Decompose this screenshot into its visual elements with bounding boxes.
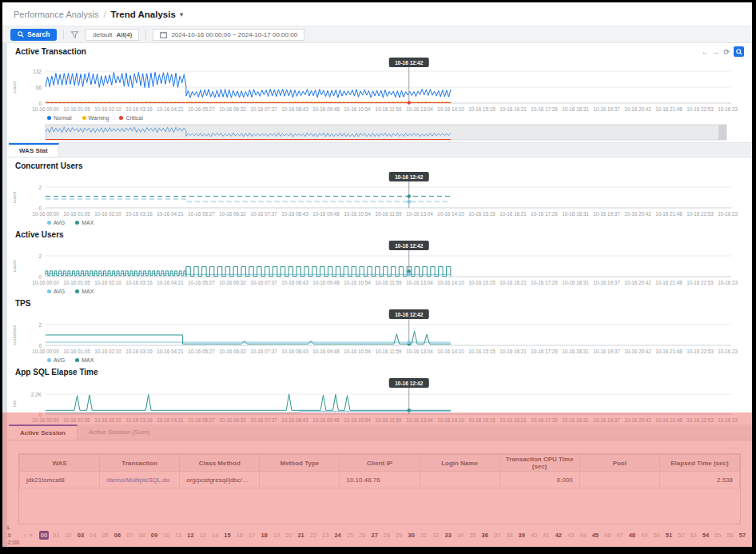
page-button[interactable]: 10	[161, 531, 171, 540]
page-button[interactable]: 08	[137, 531, 146, 540]
transaction-link[interactable]: /demo/MultipleSQL.do	[106, 476, 169, 484]
page-button[interactable]: 51	[664, 531, 674, 540]
column-header[interactable]: Transaction	[100, 455, 180, 472]
page-button[interactable]: 24	[332, 531, 342, 540]
page-button[interactable]: 11	[174, 531, 184, 540]
page-button[interactable]: 58	[750, 531, 756, 540]
page-button[interactable]: 16	[235, 531, 245, 540]
legend-item[interactable]: Normal	[47, 115, 72, 121]
last-page-button[interactable]: »	[30, 532, 33, 539]
page-button[interactable]: 49	[639, 531, 649, 540]
chart-canvas-active-transaction[interactable]: 132660count10-16 00:0010-16 01:0510-16 0…	[9, 57, 738, 114]
page-button[interactable]: 31	[419, 531, 428, 540]
page-title[interactable]: Trend Analysis	[110, 10, 175, 19]
search-button[interactable]: Search	[10, 29, 57, 41]
page-button[interactable]: 57	[738, 531, 747, 540]
date-range-picker[interactable]: 2024-10-16 00:00:00 ~ 2024-10-17 00:00:0…	[153, 29, 304, 41]
page-button[interactable]: 32	[431, 531, 440, 540]
zoom-select-icon[interactable]	[734, 46, 744, 57]
tab-was-stat[interactable]: WAS Stat	[9, 143, 59, 157]
chevron-down-icon[interactable]: ▾	[180, 10, 184, 18]
legend-item[interactable]: AVG	[47, 220, 65, 225]
page-button[interactable]: 14	[210, 531, 220, 540]
column-header[interactable]: Transaction CPU Time (sec)	[499, 455, 579, 472]
page-button[interactable]: 45	[591, 531, 600, 540]
page-button[interactable]: 55	[713, 531, 722, 540]
domain-filter-select[interactable]: default All(4)	[86, 29, 139, 41]
page-button[interactable]: 38	[504, 531, 514, 540]
legend-item[interactable]: AVG	[47, 289, 65, 294]
page-button[interactable]: 13	[198, 531, 208, 540]
page-button[interactable]: 23	[320, 531, 330, 540]
page-button[interactable]: 37	[492, 531, 502, 540]
column-header[interactable]: Pool	[579, 455, 659, 472]
page-button[interactable]: 22	[308, 531, 318, 540]
page-button[interactable]: 04	[88, 531, 97, 540]
page-button[interactable]: 40	[529, 531, 539, 540]
legend-item[interactable]: AVG	[47, 357, 65, 363]
page-button[interactable]: 39	[517, 531, 527, 540]
page-button[interactable]: 56	[725, 531, 734, 540]
page-button[interactable]: 30	[407, 531, 416, 540]
page-button[interactable]: 07	[125, 531, 134, 540]
page-button[interactable]: 01	[51, 531, 61, 540]
column-header[interactable]: Client IP	[340, 455, 420, 472]
page-button[interactable]: 47	[615, 531, 624, 540]
timeline-minimap[interactable]	[9, 123, 738, 142]
page-button[interactable]: 33	[444, 531, 453, 540]
page-button[interactable]: 53	[688, 531, 698, 540]
column-header[interactable]: WAS	[20, 455, 100, 472]
more-menu-icon[interactable]: ···	[2, 440, 752, 452]
page-button[interactable]: 44	[578, 531, 587, 540]
page-button[interactable]: 36	[480, 531, 490, 540]
page-button[interactable]: 29	[394, 531, 404, 540]
forward-icon[interactable]: →	[712, 48, 719, 56]
page-button[interactable]: 43	[566, 531, 575, 540]
tab-active-session[interactable]: Active Session	[9, 424, 78, 440]
page-button[interactable]: 52	[676, 531, 686, 540]
page-button[interactable]: 35	[468, 531, 477, 540]
page-button[interactable]: 00	[39, 531, 49, 540]
page-button[interactable]: 03	[76, 531, 86, 540]
back-icon[interactable]: ←	[701, 48, 708, 56]
page-button[interactable]: 46	[603, 531, 612, 540]
page-button[interactable]: 26	[357, 531, 367, 540]
page-button[interactable]: 09	[149, 531, 159, 540]
page-button[interactable]: 18	[259, 531, 269, 540]
next-page-button[interactable]: ›	[24, 532, 26, 539]
page-button[interactable]: 34	[456, 531, 465, 540]
refresh-icon[interactable]: ⟳	[723, 48, 730, 56]
page-button[interactable]: 50	[651, 531, 661, 540]
chart-canvas-concurrent-users[interactable]: 20count10-16 00:0010-16 01:0510-16 02:10…	[9, 171, 738, 218]
legend-item[interactable]: MAX	[75, 289, 94, 294]
column-header[interactable]: Login Name	[420, 455, 499, 472]
breadcrumb-root[interactable]: Performance Analysis	[14, 10, 98, 19]
page-button[interactable]: 21	[296, 531, 305, 540]
page-button[interactable]: 15	[222, 531, 232, 540]
page-button[interactable]: 25	[345, 531, 355, 540]
chart-canvas-active-users[interactable]: 20count10-16 00:0010-16 01:0510-16 02:10…	[9, 240, 738, 287]
column-header[interactable]: Class Method	[180, 455, 260, 472]
page-button[interactable]: 12	[185, 531, 195, 540]
chart-canvas-tps[interactable]: 20count/sec10-16 00:0010-16 01:0510-16 0…	[9, 309, 738, 356]
column-header[interactable]: Method Type	[260, 455, 340, 472]
page-button[interactable]: 06	[113, 531, 122, 540]
filter-icon[interactable]	[70, 30, 79, 39]
page-button[interactable]: 17	[247, 531, 257, 540]
legend-item[interactable]: MAX	[75, 357, 94, 363]
page-button[interactable]: 02	[63, 531, 73, 540]
page-button[interactable]: 27	[369, 531, 379, 540]
page-button[interactable]: 41	[541, 531, 551, 540]
column-header[interactable]: Elapsed Time (sec)	[659, 455, 739, 472]
page-button[interactable]: 48	[627, 531, 637, 540]
legend-item[interactable]: Critical	[119, 115, 142, 121]
page-button[interactable]: 28	[382, 531, 392, 540]
page-button[interactable]: 54	[701, 531, 710, 540]
page-button[interactable]: 20	[284, 531, 293, 540]
table-row[interactable]: jdk21tomcat8/demo/MultipleSQL.doorg/post…	[20, 472, 740, 488]
legend-item[interactable]: MAX	[75, 220, 94, 225]
legend-item[interactable]: Warning	[82, 115, 109, 121]
chart-canvas-app-sql-elapse-time[interactable]: 2.2K0ms10-16 00:0010-16 01:0510-16 02:10…	[9, 377, 738, 424]
tab-active-session-sum[interactable]: Active Session (Sum)	[78, 424, 161, 440]
page-button[interactable]: 42	[554, 531, 563, 540]
